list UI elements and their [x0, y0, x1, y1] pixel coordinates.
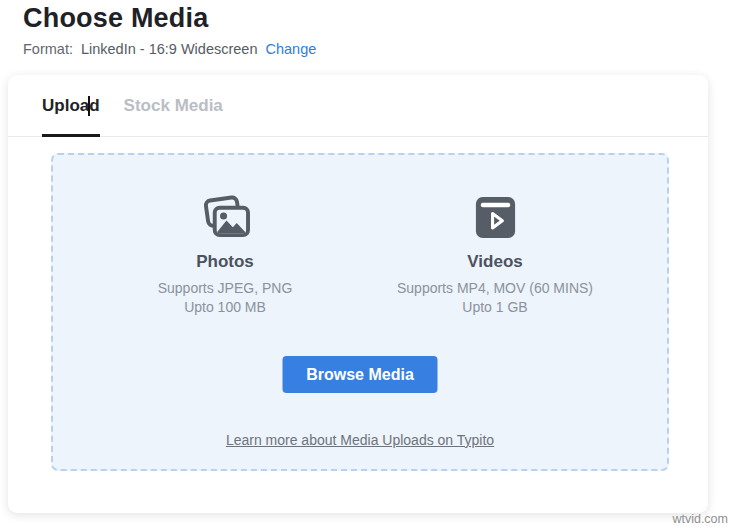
upload-dropzone[interactable]: Photos Supports JPEG, PNG Upto 100 MB Vi…: [51, 153, 669, 471]
photos-limit: Upto 100 MB: [184, 298, 266, 317]
tab-stock-media-label: Stock Media: [124, 96, 223, 116]
format-label: Format:: [23, 41, 73, 57]
videos-column: Videos Supports MP4, MOV (60 MINS) Upto …: [365, 194, 625, 316]
photos-column: Photos Supports JPEG, PNG Upto 100 MB: [95, 194, 355, 316]
learn-more-row: Learn more about Media Uploads on Typito: [53, 432, 667, 448]
tab-upload[interactable]: Upload: [42, 75, 100, 136]
choose-media-dialog: Choose Media Format: LinkedIn - 16:9 Wid…: [0, 0, 739, 530]
learn-more-link[interactable]: Learn more about Media Uploads on Typito: [226, 432, 494, 448]
videos-supports: Supports MP4, MOV (60 MINS): [397, 279, 593, 298]
media-columns: Photos Supports JPEG, PNG Upto 100 MB Vi…: [53, 194, 667, 316]
text-caret: [88, 96, 90, 116]
photos-title: Photos: [196, 252, 254, 272]
media-card: Upload Stock Media: [8, 75, 708, 513]
tab-bar: Upload Stock Media: [8, 75, 708, 137]
watermark: wtvid.com: [672, 512, 728, 526]
videos-title: Videos: [467, 252, 522, 272]
format-value: LinkedIn - 16:9 Widescreen: [81, 41, 258, 57]
photos-stack-icon: [198, 194, 253, 241]
change-format-link[interactable]: Change: [265, 41, 316, 57]
page-title: Choose Media: [23, 3, 208, 34]
video-player-icon: [472, 194, 519, 241]
photos-supports: Supports JPEG, PNG: [158, 279, 293, 298]
tab-stock-media[interactable]: Stock Media: [124, 75, 223, 136]
format-row: Format: LinkedIn - 16:9 Widescreen Chang…: [23, 41, 316, 57]
tab-upload-label: Upload: [42, 96, 100, 116]
browse-media-button[interactable]: Browse Media: [283, 356, 438, 393]
videos-limit: Upto 1 GB: [462, 298, 527, 317]
